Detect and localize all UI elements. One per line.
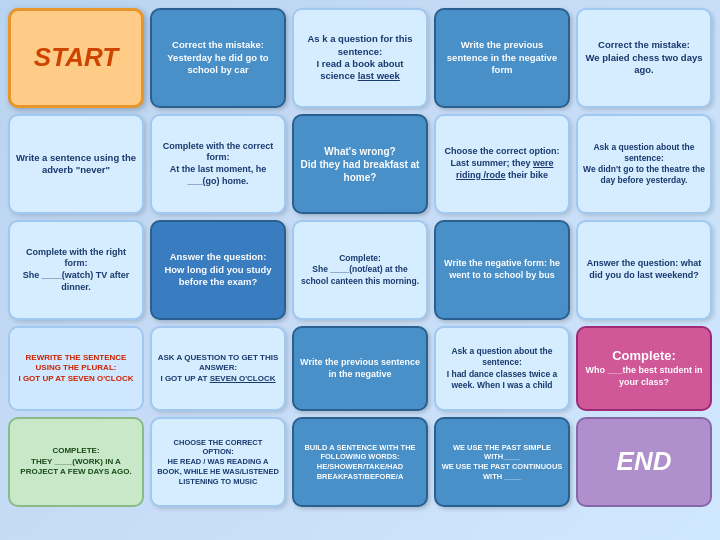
cell-r3c4[interactable]: Write the negative form: he went to to s…: [434, 220, 570, 320]
cell-r3c4-text: Write the negative form: he went to to s…: [441, 258, 563, 281]
cell-r3c2[interactable]: Answer the question:How long did you stu…: [150, 220, 286, 320]
cell-r2c2-text: Complete with the correct form:At the la…: [157, 141, 279, 188]
cell-r4c5-text: Complete:Who ___the best student in your…: [583, 348, 705, 388]
cell-r4c5[interactable]: Complete:Who ___the best student in your…: [576, 326, 712, 411]
cell-r1c5[interactable]: Correct the mistake:We plaied chess two …: [576, 8, 712, 108]
cell-r3c3-text: Complete:She ____(not/eat) at the school…: [299, 253, 421, 286]
cell-r4c4[interactable]: Ask a question about the sentence:I had …: [434, 326, 570, 411]
cell-r5c1-text: COMPLETE:THEY ____(WORK) IN A PROJECT A …: [15, 446, 137, 477]
cell-r3c5-text: Answer the question: what did you do las…: [583, 258, 705, 281]
cell-r5c3-text: BUILD A SENTENCE WITH THE FOLLOWING WORD…: [299, 443, 421, 482]
cell-r2c5[interactable]: Ask a question about the sentence:We did…: [576, 114, 712, 214]
cell-r4c2-text: ASK A QUESTION TO GET THIS ANSWER:I GOT …: [157, 353, 279, 384]
cell-r3c5[interactable]: Answer the question: what did you do las…: [576, 220, 712, 320]
cell-r2c1-text: Write a sentence using the adverb "never…: [15, 152, 137, 177]
cell-r2c4[interactable]: Choose the correct option:Last summer; t…: [434, 114, 570, 214]
cell-r1c5-text: Correct the mistake:We plaied chess two …: [583, 39, 705, 76]
cell-r5c3[interactable]: BUILD A SENTENCE WITH THE FOLLOWING WORD…: [292, 417, 428, 507]
cell-r2c4-text: Choose the correct option:Last summer; t…: [441, 146, 563, 181]
cell-r5c4[interactable]: WE USE THE PAST SIMPLE WITH____WE USE TH…: [434, 417, 570, 507]
cell-r1c2[interactable]: Correct the mistake:Yesterday he did go …: [150, 8, 286, 108]
end-cell[interactable]: END: [576, 417, 712, 507]
cell-r1c4-text: Write the previous sentence in the negat…: [441, 39, 563, 76]
cell-r4c3-text: Write the previous sentence in the negat…: [299, 357, 421, 380]
start-cell[interactable]: START: [8, 8, 144, 108]
cell-r3c2-text: Answer the question:How long did you stu…: [157, 251, 279, 288]
cell-r4c3[interactable]: Write the previous sentence in the negat…: [292, 326, 428, 411]
cell-r3c3[interactable]: Complete:She ____(not/eat) at the school…: [292, 220, 428, 320]
board: START Correct the mistake:Yesterday he d…: [0, 0, 720, 540]
cell-r2c1[interactable]: Write a sentence using the adverb "never…: [8, 114, 144, 214]
cell-r1c3[interactable]: As k a question for this sentence:I read…: [292, 8, 428, 108]
cell-r5c2[interactable]: CHOOSE THE CORRECT OPTION:HE READ / WAS …: [150, 417, 286, 507]
cell-r4c2[interactable]: ASK A QUESTION TO GET THIS ANSWER:I GOT …: [150, 326, 286, 411]
cell-r2c3[interactable]: What's wrong?Did they had breakfast at h…: [292, 114, 428, 214]
cell-r4c1-text: REWRITE THE SENTENCE USING THE PLURAL:I …: [15, 353, 137, 384]
cell-r1c3-text: As k a question for this sentence:I read…: [299, 33, 421, 82]
cell-r5c4-text: WE USE THE PAST SIMPLE WITH____WE USE TH…: [441, 443, 563, 482]
cell-r1c2-text: Correct the mistake:Yesterday he did go …: [157, 39, 279, 76]
cell-r3c1-text: Complete with the right form:She ____(wa…: [15, 247, 137, 294]
cell-r4c4-text: Ask a question about the sentence:I had …: [441, 346, 563, 390]
cell-r1c4[interactable]: Write the previous sentence in the negat…: [434, 8, 570, 108]
cell-r5c2-text: CHOOSE THE CORRECT OPTION:HE READ / WAS …: [157, 438, 279, 487]
cell-r2c3-text: What's wrong?Did they had breakfast at h…: [299, 145, 421, 184]
cell-r2c5-text: Ask a question about the sentence:We did…: [583, 142, 705, 186]
cell-r5c1[interactable]: COMPLETE:THEY ____(WORK) IN A PROJECT A …: [8, 417, 144, 507]
cell-r3c1[interactable]: Complete with the right form:She ____(wa…: [8, 220, 144, 320]
cell-r4c1[interactable]: REWRITE THE SENTENCE USING THE PLURAL:I …: [8, 326, 144, 411]
cell-r2c2[interactable]: Complete with the correct form:At the la…: [150, 114, 286, 214]
